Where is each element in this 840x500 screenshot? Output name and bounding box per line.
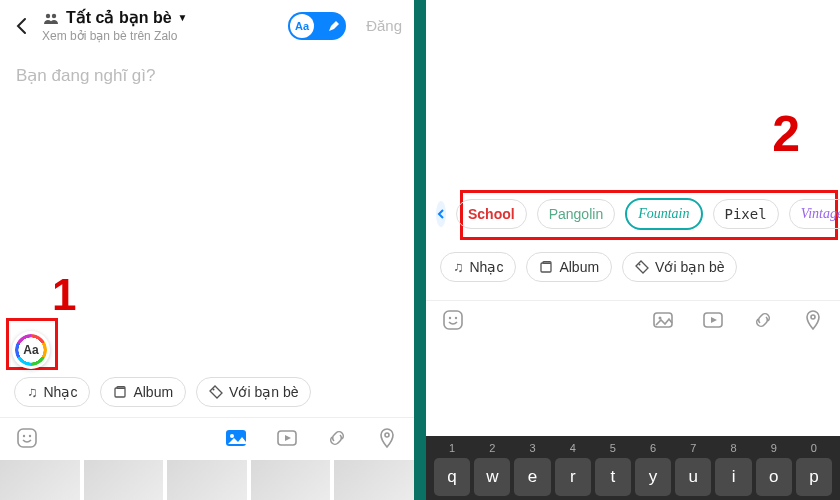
link-icon[interactable]	[752, 309, 774, 331]
font-option-fountain[interactable]: Fountain	[625, 198, 702, 230]
key-hint: 6	[633, 442, 673, 454]
font-option-pangolin[interactable]: Pangolin	[537, 199, 616, 229]
key-hint: 0	[794, 442, 834, 454]
font-picker-row: School Pangolin Fountain Pixel Vintage	[426, 198, 840, 230]
svg-point-9	[230, 434, 234, 438]
font-style-button[interactable]: Aa	[12, 331, 50, 369]
photo-thumbnails[interactable]	[0, 460, 414, 500]
location-icon[interactable]	[802, 309, 824, 331]
key-e[interactable]: e	[514, 458, 550, 496]
chip-label: Album	[133, 384, 173, 400]
header: Tất cả bạn bè ▼ Xem bởi bạn bè trên Zalo…	[0, 0, 414, 51]
soft-keyboard[interactable]: 1 2 3 4 5 6 7 8 9 0 q w e r t y u i o p	[426, 436, 840, 500]
key-i[interactable]: i	[715, 458, 751, 496]
audience-label: Tất cả bạn bè	[66, 8, 172, 27]
thumbnail[interactable]	[0, 460, 80, 500]
font-option-school[interactable]: School	[456, 199, 527, 229]
svg-point-14	[639, 264, 641, 266]
thumbnail[interactable]	[84, 460, 164, 500]
chevron-down-icon: ▼	[178, 12, 188, 23]
font-option-pixel[interactable]: Pixel	[713, 199, 779, 229]
with-friends-chip[interactable]: Với bạn bè	[196, 377, 311, 407]
key-hint: 9	[754, 442, 794, 454]
svg-rect-12	[541, 263, 551, 272]
audience-selector[interactable]: Tất cả bạn bè ▼ Xem bởi bạn bè trên Zalo	[42, 8, 278, 43]
key-hint: 7	[673, 442, 713, 454]
svg-point-21	[811, 315, 815, 319]
svg-point-0	[46, 13, 50, 17]
svg-point-1	[52, 13, 56, 17]
friends-icon	[42, 12, 60, 24]
svg-point-6	[23, 435, 25, 437]
toggle-aa-label: Aa	[290, 14, 314, 38]
svg-point-4	[213, 389, 215, 391]
key-u[interactable]: u	[675, 458, 711, 496]
font-picker-screen: 2 School Pangolin Fountain Pixel Vintage…	[426, 0, 840, 500]
key-hint: 4	[553, 442, 593, 454]
post-button[interactable]: Đăng	[366, 17, 402, 34]
svg-point-16	[449, 317, 451, 319]
album-chip[interactable]: Album	[526, 252, 612, 282]
tag-icon	[209, 385, 223, 399]
key-r[interactable]: r	[555, 458, 591, 496]
music-icon: ♫	[453, 259, 464, 275]
font-picker-back-icon[interactable]	[436, 201, 446, 227]
album-icon	[539, 260, 553, 274]
music-chip[interactable]: ♫ Nhạc	[14, 377, 90, 407]
key-t[interactable]: t	[595, 458, 631, 496]
key-y[interactable]: y	[635, 458, 671, 496]
thumbnail[interactable]	[334, 460, 414, 500]
music-icon: ♫	[27, 384, 38, 400]
album-chip[interactable]: Album	[100, 377, 186, 407]
annotation-number-1: 1	[52, 270, 76, 320]
album-icon	[113, 385, 127, 399]
key-hint: 2	[472, 442, 512, 454]
font-option-vintage[interactable]: Vintage	[789, 199, 840, 229]
gallery-icon[interactable]	[652, 309, 674, 331]
key-p[interactable]: p	[796, 458, 832, 496]
keyboard-row-1: q w e r t y u i o p	[430, 458, 836, 496]
key-hint: 3	[512, 442, 552, 454]
attachment-chips: ♫ Nhạc Album Với bạn bè	[426, 252, 840, 292]
key-hint: 1	[432, 442, 472, 454]
media-toolbar	[426, 300, 840, 341]
key-w[interactable]: w	[474, 458, 510, 496]
pen-icon	[328, 20, 340, 32]
video-icon[interactable]	[276, 427, 298, 449]
annotation-number-2: 2	[772, 105, 800, 163]
bottom-toolbar-area: Aa ♫ Nhạc Album Với bạn bè	[0, 323, 414, 500]
chip-label: Với bạn bè	[229, 384, 298, 400]
gallery-icon[interactable]	[224, 426, 248, 450]
chip-label: Với bạn bè	[655, 259, 724, 275]
aa-label: Aa	[23, 343, 38, 357]
media-toolbar	[0, 417, 414, 460]
attachment-chips: ♫ Nhạc Album Với bạn bè	[0, 377, 414, 417]
thumbnail[interactable]	[167, 460, 247, 500]
with-friends-chip[interactable]: Với bạn bè	[622, 252, 737, 282]
thumbnail[interactable]	[251, 460, 331, 500]
text-mode-toggle[interactable]: Aa	[288, 12, 346, 40]
key-hint: 5	[593, 442, 633, 454]
compose-post-screen: Tất cả bạn bè ▼ Xem bởi bạn bè trên Zalo…	[0, 0, 414, 500]
key-q[interactable]: q	[434, 458, 470, 496]
svg-point-7	[29, 435, 31, 437]
sticker-icon[interactable]	[442, 309, 464, 331]
link-icon[interactable]	[326, 427, 348, 449]
svg-point-11	[385, 433, 389, 437]
sticker-icon[interactable]	[16, 427, 38, 449]
key-o[interactable]: o	[756, 458, 792, 496]
back-icon[interactable]	[12, 16, 32, 36]
chip-label: Nhạc	[470, 259, 504, 275]
keyboard-number-row: 1 2 3 4 5 6 7 8 9 0	[430, 442, 836, 458]
svg-rect-15	[444, 311, 462, 329]
music-chip[interactable]: ♫ Nhạc	[440, 252, 516, 282]
tag-icon	[635, 260, 649, 274]
chip-label: Nhạc	[44, 384, 78, 400]
video-icon[interactable]	[702, 309, 724, 331]
key-hint: 8	[713, 442, 753, 454]
composer-input[interactable]: Bạn đang nghĩ gì?	[0, 51, 414, 100]
audience-subtitle: Xem bởi bạn bè trên Zalo	[42, 29, 278, 43]
location-icon[interactable]	[376, 427, 398, 449]
svg-rect-5	[18, 429, 36, 447]
svg-point-17	[455, 317, 457, 319]
